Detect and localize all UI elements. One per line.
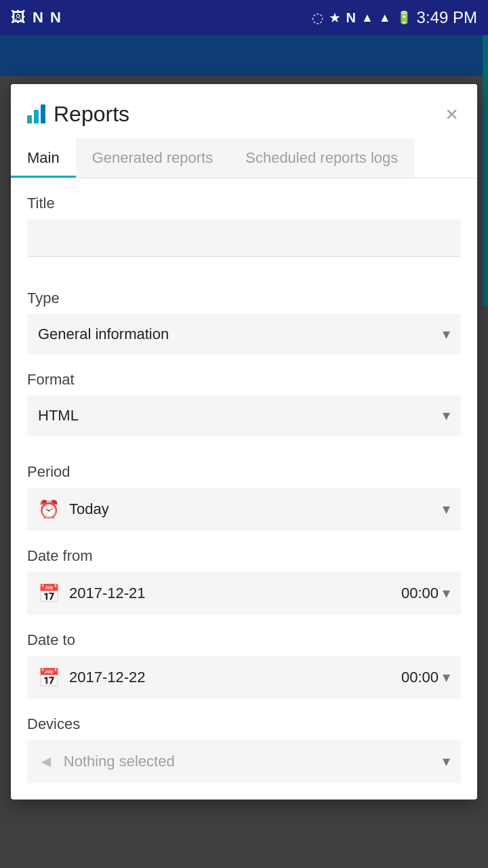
wifi-icon: ◌ <box>312 9 323 26</box>
modal-overlay: Reports × Main Generated reports Schedul… <box>0 35 488 868</box>
format-select[interactable]: HTML ▾ <box>27 395 461 436</box>
status-time: 3:49 PM <box>417 8 477 27</box>
status-bar: 🖼 N N ◌ ★ N ▲ ▲ 🔋 3:49 PM <box>0 0 488 35</box>
tab-scheduled-logs[interactable]: Scheduled reports logs <box>229 138 414 178</box>
status-icons-right: ◌ ★ N ▲ ▲ 🔋 3:49 PM <box>312 8 478 27</box>
date-from-label: Date from <box>27 547 461 565</box>
date-from-left: 📅 2017-12-21 <box>38 583 401 604</box>
date-to-time-select[interactable]: 00:00 ▾ <box>401 669 450 686</box>
spacer-1 <box>27 452 461 463</box>
date-from-time-chevron-icon: ▾ <box>443 585 450 602</box>
photo-icon: 🖼 <box>11 9 26 26</box>
modal-title-row: Reports <box>27 102 129 127</box>
date-to-label: Date to <box>27 631 461 649</box>
period-chevron-icon: ▾ <box>443 500 450 518</box>
devices-label: Devices <box>27 715 461 733</box>
form-body: Title Type General information ▾ Format … <box>11 178 477 783</box>
location-icon: ◄ <box>38 752 54 771</box>
date-from-time-value: 00:00 <box>401 585 439 602</box>
devices-left: ◄ Nothing selected <box>38 752 175 771</box>
reports-modal: Reports × Main Generated reports Schedul… <box>11 84 477 800</box>
devices-select[interactable]: ◄ Nothing selected ▾ <box>27 740 461 783</box>
calendar-from-icon: 📅 <box>38 583 60 604</box>
date-from-value: 2017-12-21 <box>69 585 146 602</box>
period-value: Today <box>69 500 109 518</box>
date-to-left: 📅 2017-12-22 <box>38 667 401 688</box>
signal-icon-2: ▲ <box>379 11 391 25</box>
signal-icon-1: ▲ <box>361 11 373 25</box>
4g-label: N <box>346 10 356 26</box>
battery-icon: 🔋 <box>396 10 411 25</box>
n-icon-1: N <box>33 9 43 26</box>
modal-header: Reports × <box>11 84 477 138</box>
format-field-group: Format HTML ▾ <box>27 371 461 436</box>
close-button[interactable]: × <box>443 100 461 127</box>
bluetooth-icon: ★ <box>329 9 341 26</box>
modal-title: Reports <box>54 102 129 127</box>
title-input[interactable] <box>27 219 461 257</box>
devices-field-group: Devices ◄ Nothing selected ▾ <box>27 715 461 783</box>
chart-bar-2 <box>34 110 39 123</box>
type-select[interactable]: General information ▾ <box>27 314 461 355</box>
title-label: Title <box>27 195 461 212</box>
type-field-group: Type General information ▾ <box>27 290 461 355</box>
date-to-field[interactable]: 📅 2017-12-22 00:00 ▾ <box>27 656 461 699</box>
tab-main[interactable]: Main <box>11 138 76 178</box>
title-field-group: Title <box>27 195 461 273</box>
n-icon-2: N <box>50 9 61 26</box>
chart-bar-1 <box>27 115 32 123</box>
period-left: ⏰ Today <box>38 499 109 520</box>
tabs-container: Main Generated reports Scheduled reports… <box>11 138 477 178</box>
date-from-field[interactable]: 📅 2017-12-21 00:00 ▾ <box>27 572 461 615</box>
tab-generated-reports[interactable]: Generated reports <box>76 138 230 178</box>
status-icons-left: 🖼 N N <box>11 9 61 26</box>
type-value: General information <box>38 326 169 343</box>
date-to-value: 2017-12-22 <box>69 669 146 686</box>
type-label: Type <box>27 290 461 307</box>
period-select[interactable]: ⏰ Today ▾ <box>27 488 461 531</box>
format-chevron-icon: ▾ <box>443 407 450 425</box>
devices-placeholder: Nothing selected <box>64 753 175 770</box>
date-from-group: Date from 📅 2017-12-21 00:00 ▾ <box>27 547 461 615</box>
date-to-time-value: 00:00 <box>401 669 439 686</box>
period-label: Period <box>27 463 461 481</box>
period-field-group: Period ⏰ Today ▾ <box>27 463 461 531</box>
format-value: HTML <box>38 407 79 425</box>
date-to-time-chevron-icon: ▾ <box>443 669 450 686</box>
date-from-time-select[interactable]: 00:00 ▾ <box>401 585 450 602</box>
date-to-group: Date to 📅 2017-12-22 00:00 ▾ <box>27 631 461 699</box>
calendar-to-icon: 📅 <box>38 667 60 688</box>
clock-icon: ⏰ <box>38 499 60 520</box>
chart-icon <box>27 104 45 123</box>
format-label: Format <box>27 371 461 389</box>
chart-bar-3 <box>41 104 45 123</box>
type-chevron-icon: ▾ <box>443 326 450 343</box>
devices-chevron-icon: ▾ <box>443 753 450 770</box>
